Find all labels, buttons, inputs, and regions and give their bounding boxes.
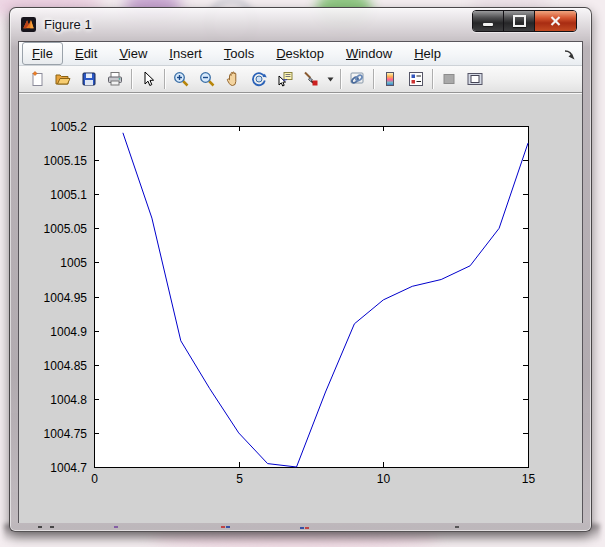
pan-hand-icon bbox=[225, 71, 241, 87]
desktop-speck bbox=[305, 527, 309, 529]
data-cursor-button[interactable] bbox=[272, 66, 298, 92]
close-button[interactable] bbox=[535, 11, 576, 31]
brush-dropdown-button[interactable] bbox=[324, 66, 337, 92]
zoom-out-button[interactable] bbox=[194, 66, 220, 92]
desktop-speck bbox=[300, 527, 304, 529]
y-tick-label: 1005.05 bbox=[44, 222, 88, 236]
y-tick-label: 1005.1 bbox=[50, 188, 87, 202]
y-tick-label: 1005.2 bbox=[50, 120, 87, 134]
zoom-out-icon bbox=[199, 71, 215, 87]
zoom-in-icon bbox=[173, 71, 189, 87]
x-tick-label: 5 bbox=[236, 472, 243, 486]
print-figure-button[interactable] bbox=[102, 66, 128, 92]
window-title: Figure 1 bbox=[44, 17, 92, 32]
plot-area[interactable] bbox=[94, 126, 528, 467]
y-tick-label: 1004.75 bbox=[44, 427, 88, 441]
pan-button[interactable] bbox=[220, 66, 246, 92]
y-tick-label: 1004.8 bbox=[50, 393, 87, 407]
dock-figure-arrow-icon[interactable] bbox=[564, 49, 575, 60]
desktop-speck bbox=[114, 526, 118, 528]
desktop-speck bbox=[226, 526, 230, 528]
y-tick-label: 1004.9 bbox=[50, 325, 87, 339]
x-tick-label: 0 bbox=[91, 472, 98, 486]
open-file-icon bbox=[55, 71, 71, 87]
new-figure-icon bbox=[29, 71, 45, 87]
data-cursor-icon bbox=[277, 71, 293, 87]
save-figure-button[interactable] bbox=[76, 66, 102, 92]
new-figure-button[interactable] bbox=[24, 66, 50, 92]
restore-icon bbox=[513, 15, 526, 27]
menu-help[interactable]: Help bbox=[404, 42, 451, 65]
minimize-icon bbox=[483, 23, 493, 26]
toolbar-separator bbox=[340, 69, 341, 89]
x-tick-label: 15 bbox=[522, 472, 536, 486]
toolbar-separator bbox=[373, 69, 374, 89]
menu-desktop[interactable]: Desktop bbox=[266, 42, 334, 65]
chevron-down-icon bbox=[327, 77, 334, 82]
toolbar-separator bbox=[131, 69, 132, 89]
rotate-3d-button[interactable] bbox=[246, 66, 272, 92]
restore-button[interactable] bbox=[504, 11, 535, 31]
pointer-icon bbox=[140, 71, 156, 87]
hide-plot-tools-button[interactable] bbox=[436, 66, 462, 92]
y-tick-label: 1005.15 bbox=[44, 154, 88, 168]
axes-svg[interactable]: 0510151004.71004.751004.81004.851004.910… bbox=[19, 94, 582, 519]
desktop-speck bbox=[221, 526, 225, 528]
brush-icon bbox=[303, 71, 319, 87]
y-tick-label: 1004.7 bbox=[50, 461, 87, 475]
desktop-speck bbox=[50, 526, 54, 528]
colorbar-icon bbox=[382, 71, 398, 87]
hide-plot-tools-icon bbox=[441, 71, 457, 87]
menu-bar: File Edit View Insert Tools Desktop Wind… bbox=[19, 42, 582, 66]
figure-toolbar bbox=[19, 66, 582, 93]
figure-canvas: 0510151004.71004.751004.81004.851004.910… bbox=[19, 93, 582, 523]
menu-window[interactable]: Window bbox=[336, 42, 402, 65]
menu-edit[interactable]: Edit bbox=[65, 42, 107, 65]
window-controls bbox=[472, 10, 577, 32]
minimize-button[interactable] bbox=[473, 11, 504, 31]
title-bar[interactable]: Figure 1 bbox=[10, 8, 591, 41]
y-tick-label: 1004.85 bbox=[44, 359, 88, 373]
close-icon bbox=[550, 16, 561, 26]
toolbar-separator bbox=[432, 69, 433, 89]
toolbar-separator bbox=[164, 69, 165, 89]
print-icon bbox=[107, 71, 123, 87]
insert-legend-button[interactable] bbox=[403, 66, 429, 92]
desktop-speck bbox=[38, 526, 42, 528]
link-plot-icon bbox=[349, 71, 365, 87]
edit-pointer-button[interactable] bbox=[135, 66, 161, 92]
menu-tools[interactable]: Tools bbox=[214, 42, 264, 65]
legend-icon bbox=[408, 71, 424, 87]
y-tick-label: 1004.95 bbox=[44, 291, 88, 305]
client-area: File Edit View Insert Tools Desktop Wind… bbox=[18, 41, 583, 523]
brush-data-button[interactable] bbox=[298, 66, 324, 92]
show-plot-tools-button[interactable] bbox=[462, 66, 488, 92]
show-plot-tools-icon bbox=[467, 71, 483, 87]
menu-view[interactable]: View bbox=[109, 42, 157, 65]
rotate-3d-icon bbox=[251, 71, 267, 87]
matlab-logo-icon[interactable] bbox=[21, 17, 36, 32]
zoom-in-button[interactable] bbox=[168, 66, 194, 92]
menu-file[interactable]: File bbox=[22, 42, 63, 65]
y-tick-label: 1005 bbox=[60, 256, 87, 270]
x-tick-label: 10 bbox=[377, 472, 391, 486]
menu-insert[interactable]: Insert bbox=[159, 42, 212, 65]
figure-window: Figure 1 File Edit View Insert Tools bbox=[9, 7, 592, 532]
desktop-speck bbox=[455, 526, 459, 528]
insert-colorbar-button[interactable] bbox=[377, 66, 403, 92]
link-plot-button[interactable] bbox=[344, 66, 370, 92]
open-file-button[interactable] bbox=[50, 66, 76, 92]
save-icon bbox=[81, 71, 97, 87]
